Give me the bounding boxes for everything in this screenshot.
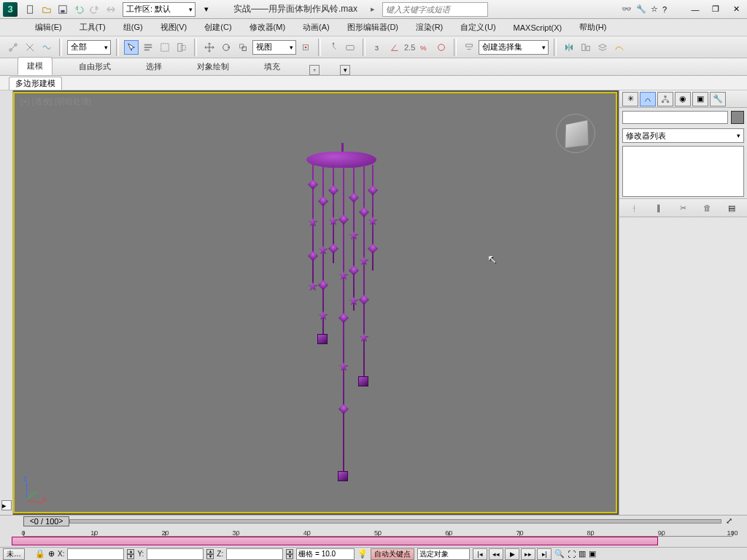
goto-start-icon[interactable]: |◂: [473, 548, 487, 560]
named-selection-dropdown[interactable]: 创建选择集: [479, 40, 549, 55]
menu-tools[interactable]: 工具(T): [74, 20, 112, 34]
cmd-tab-display-icon[interactable]: ▣: [692, 92, 708, 106]
nav-region-icon[interactable]: ▣: [589, 549, 596, 559]
modifier-list-dropdown[interactable]: 修改器列表: [622, 128, 744, 143]
track-bar[interactable]: [12, 537, 658, 545]
object-color-swatch[interactable]: [731, 111, 744, 124]
title-arrow-icon[interactable]: ▸: [371, 4, 375, 14]
menu-edit[interactable]: 编辑(E): [29, 20, 68, 34]
make-unique-icon[interactable]: ✂: [676, 201, 690, 215]
layer-manager-icon[interactable]: [595, 40, 610, 55]
infocenter-binoculars-icon[interactable]: 👓: [622, 4, 632, 14]
cmd-tab-modify-icon[interactable]: [640, 92, 656, 106]
configure-sets-icon[interactable]: ▤: [724, 201, 739, 215]
ribbon-dropdown-icon[interactable]: ▾: [340, 65, 350, 75]
ribbon-tab-modeling[interactable]: 建模: [18, 57, 53, 75]
abs-rel-icon[interactable]: ⊕: [48, 549, 55, 559]
time-slider-thumb[interactable]: < 0 / 100 >: [23, 516, 69, 526]
cmd-tab-hierarchy-icon[interactable]: [657, 92, 673, 106]
x-input[interactable]: [67, 548, 124, 560]
x-spinner[interactable]: ▴▾: [127, 549, 134, 559]
ribbon-subtab-polymodeling[interactable]: 多边形建模: [9, 77, 62, 90]
y-spinner[interactable]: ▴▾: [206, 549, 214, 559]
ribbon-minimize-icon[interactable]: ▫: [309, 65, 320, 75]
align-icon[interactable]: [578, 40, 593, 55]
infocenter-key-icon[interactable]: 🔧: [636, 4, 646, 14]
new-icon[interactable]: [23, 2, 38, 17]
scale-icon[interactable]: [236, 40, 250, 55]
link-project-icon[interactable]: [104, 2, 118, 17]
nav-zoomall-icon[interactable]: ⛶: [568, 550, 576, 559]
editnamedsel-icon[interactable]: [462, 40, 476, 55]
save-icon[interactable]: [55, 2, 70, 17]
pin-stack-icon[interactable]: ⟊: [627, 201, 642, 215]
select-region-rect-icon[interactable]: [158, 40, 172, 55]
search-help-input[interactable]: [382, 2, 488, 17]
workspace-dropdown[interactable]: 工作区: 默认: [123, 2, 196, 17]
unlink-icon[interactable]: [23, 40, 37, 55]
menu-group[interactable]: 组(G): [117, 20, 149, 34]
autokey-button[interactable]: 自动关键点: [371, 548, 414, 560]
workspace-more-icon[interactable]: ▾: [200, 3, 213, 16]
redo-icon[interactable]: [88, 2, 102, 17]
nav-fov-icon[interactable]: ▥: [578, 549, 586, 559]
menu-render[interactable]: 渲染(R): [410, 20, 449, 34]
time-ruler[interactable]: 0102030405060708090100: [23, 526, 732, 537]
mirror-icon[interactable]: [562, 40, 576, 55]
ribbon-tab-objectpaint[interactable]: 对象绘制: [188, 58, 238, 75]
window-crossing-icon[interactable]: [174, 40, 189, 55]
goto-end-icon[interactable]: ▸|: [537, 548, 551, 560]
viewport-play-icon[interactable]: ▸: [1, 500, 12, 510]
nav-zoom-icon[interactable]: 🔍: [554, 549, 565, 559]
show-end-result-icon[interactable]: ∥: [651, 201, 666, 215]
cmd-tab-create-icon[interactable]: ✳: [622, 92, 638, 106]
z-spinner[interactable]: ▴▾: [286, 549, 293, 559]
menu-create[interactable]: 创建(C): [198, 20, 237, 34]
menu-modifiers[interactable]: 修改器(M): [244, 20, 292, 34]
window-minimize-button[interactable]: —: [687, 3, 703, 16]
y-input[interactable]: [147, 548, 204, 560]
open-icon[interactable]: [39, 2, 54, 17]
menu-view[interactable]: 视图(V): [155, 20, 193, 34]
prev-frame-icon[interactable]: ◂◂: [489, 548, 503, 560]
keymode-dropdown[interactable]: 选定对象: [417, 548, 470, 560]
snap-toggle-icon[interactable]: 3: [371, 40, 385, 55]
refcoord-dropdown[interactable]: 视图: [252, 40, 296, 55]
play-icon[interactable]: ▶: [505, 548, 519, 560]
app-icon[interactable]: 3: [3, 2, 18, 17]
menu-maxscript[interactable]: MAXScript(X): [508, 22, 568, 34]
pivot-center-icon[interactable]: [298, 40, 313, 55]
infocenter-help-icon[interactable]: ?: [662, 5, 667, 14]
timeline-expand-icon[interactable]: ⤢: [726, 516, 732, 526]
angle-snap-icon[interactable]: [387, 40, 402, 55]
next-frame-icon[interactable]: ▸▸: [521, 548, 535, 560]
bind-spacewarp-icon[interactable]: [39, 40, 54, 55]
ribbon-tab-populate[interactable]: 填充: [255, 58, 289, 75]
time-slider-track[interactable]: [69, 519, 721, 524]
menu-help[interactable]: 帮助(H): [573, 20, 612, 34]
infocenter-star-icon[interactable]: ☆: [651, 4, 658, 14]
undo-icon[interactable]: [71, 2, 86, 17]
selection-filter-dropdown[interactable]: 全部: [67, 40, 111, 55]
menu-grapheditors[interactable]: 图形编辑器(D): [341, 20, 404, 34]
rotate-icon[interactable]: [219, 40, 233, 55]
viewport-perspective[interactable]: [+] [透视] [明暗处理]: [13, 92, 617, 513]
curve-editor-icon[interactable]: [612, 40, 627, 55]
object-name-input[interactable]: [622, 111, 728, 124]
keyboard-shortcut-icon[interactable]: [343, 40, 357, 55]
viewport-label[interactable]: [+] [透视] [明暗处理]: [20, 96, 91, 107]
view-cube[interactable]: [550, 108, 601, 159]
ribbon-tab-selection[interactable]: 选择: [137, 58, 171, 75]
select-object-icon[interactable]: [124, 40, 139, 55]
select-by-name-icon[interactable]: [141, 40, 155, 55]
cmd-tab-motion-icon[interactable]: ◉: [675, 92, 691, 106]
cmd-tab-utilities-icon[interactable]: 🔧: [710, 92, 726, 106]
modifier-stack[interactable]: [622, 146, 744, 197]
menu-customize[interactable]: 自定义(U): [454, 20, 501, 34]
ribbon-tab-freeform[interactable]: 自由形式: [70, 58, 120, 75]
move-icon[interactable]: [202, 40, 217, 55]
percent-snap-icon[interactable]: %: [417, 40, 432, 55]
spinner-snap-icon[interactable]: [434, 40, 449, 55]
manipulate-icon[interactable]: [326, 40, 341, 55]
z-input[interactable]: [226, 548, 283, 560]
